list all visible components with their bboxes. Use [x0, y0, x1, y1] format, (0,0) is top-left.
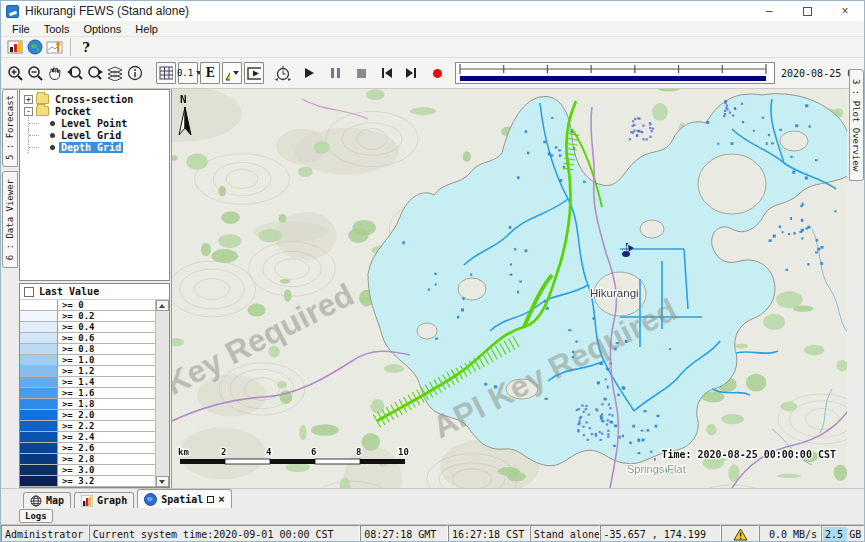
tree-item-label: Cross-section	[53, 94, 135, 105]
map-time-label: Time: 2020-08-25 00:00:00 CST	[661, 449, 836, 460]
legend-row[interactable]: >= 0.6	[20, 333, 155, 344]
legend-swatch	[20, 333, 58, 343]
animation-button[interactable]	[244, 62, 264, 84]
tab-forecasts[interactable]: 5 : Forecast	[2, 89, 18, 167]
svg-text:2: 2	[221, 447, 226, 457]
skip-start-icon[interactable]	[377, 63, 397, 83]
legend-row-label: >= 1.2	[58, 366, 155, 376]
tab-graph[interactable]: Graph	[74, 492, 134, 508]
scale-dropdown[interactable]: 0.1	[178, 62, 198, 84]
legend-row-label: >= 2.0	[58, 410, 155, 420]
tree-item[interactable]: Level Point	[20, 117, 169, 129]
legend-row[interactable]: >= 2.4	[20, 432, 155, 443]
tab-data-viewer[interactable]: 6 : Data Viewer	[2, 171, 18, 268]
reports-icon[interactable]	[5, 37, 25, 57]
grid-display-button[interactable]	[156, 62, 176, 84]
tab-data-viewer-label: 6 : Data Viewer	[5, 179, 15, 260]
legend-toggle-button[interactable]: E	[200, 62, 220, 84]
zoom-next-icon[interactable]	[85, 63, 105, 83]
status-warning-cell[interactable]	[721, 525, 759, 542]
legend-row[interactable]: >= 3.2	[20, 476, 155, 487]
menu-help[interactable]: Help	[128, 23, 165, 35]
time-slider[interactable]	[455, 62, 775, 84]
tree-item[interactable]: Depth Grid	[20, 141, 169, 153]
legend-scrollbar[interactable]	[156, 300, 169, 487]
svg-text:4: 4	[266, 447, 272, 457]
tree-item-label: Pocket	[53, 106, 93, 117]
legend-row[interactable]: >= 1.0	[20, 355, 155, 366]
pan-hand-icon[interactable]	[45, 63, 65, 83]
legend-swatch	[20, 300, 58, 310]
legend-row-label: >= 1.4	[58, 377, 155, 387]
set-time-icon[interactable]	[273, 63, 293, 83]
legend-row[interactable]: >= 2.2	[20, 421, 155, 432]
legend-row[interactable]: >= 2.8	[20, 454, 155, 465]
zoom-in-icon[interactable]	[5, 63, 25, 83]
tree-connector	[28, 141, 50, 153]
legend-swatch	[20, 454, 58, 464]
folder-icon	[36, 94, 49, 104]
right-tab-strip: 3 : Plot Overview	[847, 89, 864, 488]
legend-swatch	[20, 355, 58, 365]
tree-expander[interactable]: -	[24, 107, 33, 116]
layers-icon[interactable]	[105, 63, 125, 83]
warnings-dropdown[interactable]	[222, 62, 242, 84]
record-icon[interactable]	[427, 63, 447, 83]
logs-button[interactable]: Logs	[19, 509, 53, 523]
legend-swatch	[20, 366, 58, 376]
tree-expander[interactable]: +	[24, 95, 33, 104]
menu-file[interactable]: File	[5, 23, 37, 35]
help-icon[interactable]: ?	[76, 37, 96, 57]
node-bullet-icon	[50, 121, 55, 126]
tree-item-label: Level Grid	[59, 130, 123, 141]
tree-item[interactable]: -Pocket	[20, 105, 169, 117]
legend-row[interactable]: >= 0.8	[20, 344, 155, 355]
legend-row[interactable]: >= 3.0	[20, 465, 155, 476]
legend-rows: >= 0>= 0.2>= 0.4>= 0.6>= 0.8>= 1.0>= 1.2…	[20, 300, 156, 487]
legend-row[interactable]: >= 1.2	[20, 366, 155, 377]
warning-icon	[225, 66, 230, 81]
legend-row[interactable]: >= 0.4	[20, 322, 155, 333]
zoom-previous-icon[interactable]	[65, 63, 85, 83]
pause-icon[interactable]	[325, 63, 345, 83]
legend-row[interactable]: >= 0.2	[20, 311, 155, 322]
status-memory: 2.5 GB	[821, 525, 864, 542]
scroll-down-icon[interactable]	[156, 476, 169, 487]
skip-end-icon[interactable]	[401, 63, 421, 83]
map-display-icon[interactable]	[25, 37, 45, 57]
play-icon[interactable]	[299, 63, 319, 83]
legend-row[interactable]: >= 2.6	[20, 443, 155, 454]
legend-row[interactable]: >= 1.4	[20, 377, 155, 388]
menu-tools[interactable]: Tools	[37, 23, 77, 35]
map-canvas[interactable]: API Key Required API Key Required Hikura…	[171, 89, 847, 488]
legend-row[interactable]: >= 1.8	[20, 399, 155, 410]
legend-swatch	[20, 476, 58, 486]
tab-plot-overview[interactable]: 3 : Plot Overview	[849, 69, 864, 181]
tab-map[interactable]: Map	[23, 492, 71, 508]
tab-spatial[interactable]: Spatial ×	[137, 489, 232, 508]
last-value-label: Last Value	[39, 286, 99, 297]
timeseries-icon[interactable]	[45, 37, 65, 57]
close-icon[interactable]: ×	[826, 1, 864, 21]
menubar: File Tools Options Help	[1, 21, 864, 37]
tree-item[interactable]: Level Grid	[20, 129, 169, 141]
legend-row[interactable]: >= 0	[20, 300, 155, 311]
tab-close-icon[interactable]: ×	[218, 493, 224, 505]
tree-connector	[28, 129, 50, 141]
tab-graph-label: Graph	[97, 495, 127, 506]
stop-icon[interactable]	[351, 63, 371, 83]
scroll-up-icon[interactable]	[156, 300, 169, 311]
legend-row[interactable]: >= 2.0	[20, 410, 155, 421]
info-icon[interactable]	[125, 63, 145, 83]
maximize-icon[interactable]	[788, 1, 826, 21]
minimize-icon[interactable]: –	[750, 1, 788, 21]
menu-options[interactable]: Options	[76, 23, 128, 35]
legend-row[interactable]: >= 1.6	[20, 388, 155, 399]
zoom-out-icon[interactable]	[25, 63, 45, 83]
scroll-track[interactable]	[156, 311, 169, 476]
legend-row-label: >= 3.0	[58, 465, 155, 475]
status-user: Administrator	[1, 525, 89, 542]
last-value-checkbox[interactable]	[24, 287, 34, 297]
svg-text:6: 6	[311, 447, 316, 457]
tab-maximize-icon[interactable]	[207, 496, 214, 503]
